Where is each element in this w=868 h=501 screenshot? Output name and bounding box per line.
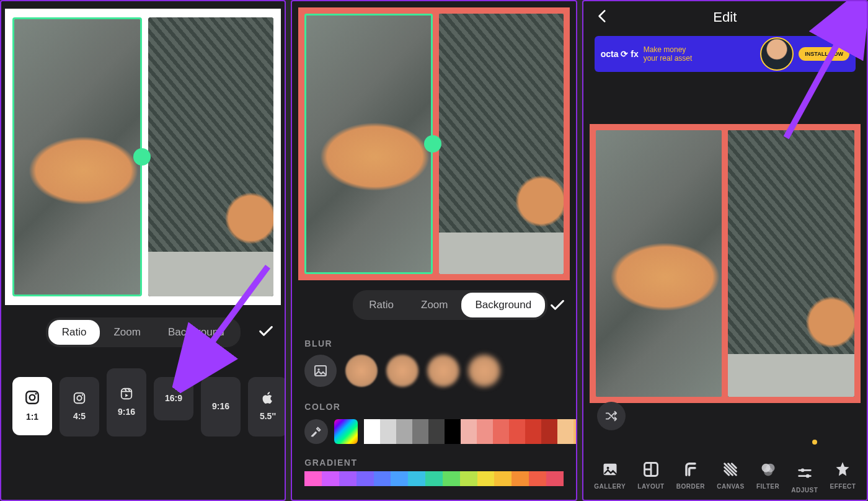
photo-frame-selected[interactable] <box>304 14 433 274</box>
color-swatch[interactable] <box>493 419 509 444</box>
svg-point-1 <box>30 395 35 401</box>
back-button[interactable] <box>595 8 611 27</box>
ratio-label: 16:9 <box>165 393 182 403</box>
gradient-swatch[interactable] <box>477 471 495 486</box>
canvas-icon <box>722 461 739 479</box>
gradient-swatch-strip <box>304 471 563 486</box>
photo-frame-selected[interactable] <box>12 17 142 296</box>
color-swatch[interactable] <box>509 419 525 444</box>
confirm-button[interactable] <box>549 296 566 316</box>
divider-handle[interactable] <box>133 148 151 166</box>
svg-point-2 <box>35 393 37 395</box>
ratio-label: 1:1 <box>26 412 38 422</box>
photo-frame[interactable] <box>728 130 854 397</box>
edit-tabs-row: Ratio Zoom Background <box>1 305 285 352</box>
tool-canvas[interactable]: CANVAS <box>717 461 744 494</box>
color-swatch[interactable] <box>525 419 541 444</box>
photo-frame[interactable] <box>596 130 722 397</box>
adjust-icon <box>796 464 813 483</box>
ratio-1-1[interactable]: 1:1 <box>12 377 52 435</box>
eyedropper-button[interactable] <box>304 419 328 444</box>
section-gradient-label: GRADIENT <box>292 444 575 470</box>
tool-border[interactable]: BORDER <box>676 461 705 494</box>
tool-layout[interactable]: LAYOUT <box>637 461 664 494</box>
blur-options-row <box>292 351 575 388</box>
gradient-swatch[interactable] <box>322 471 339 486</box>
edit-tabs-segmented: Ratio Zoom Background <box>46 317 241 347</box>
tab-zoom[interactable]: Zoom <box>100 320 154 345</box>
confirm-button[interactable] <box>257 322 275 342</box>
ratio-16-9[interactable]: 16:9 <box>154 377 193 420</box>
ratio-5-5-inch[interactable]: 5.5'' <box>248 377 286 437</box>
gradient-swatch[interactable] <box>391 471 408 486</box>
gradient-swatch[interactable] <box>374 471 391 486</box>
gradient-swatch[interactable] <box>494 471 512 486</box>
tab-background[interactable]: Background <box>154 320 238 345</box>
blur-level-2[interactable] <box>386 355 418 387</box>
gradient-swatch[interactable] <box>304 471 322 486</box>
gradient-swatch[interactable] <box>425 471 443 486</box>
tab-ratio[interactable]: Ratio <box>48 320 100 345</box>
border-icon <box>682 461 699 479</box>
gradient-swatch[interactable] <box>339 471 356 486</box>
photo-frame[interactable] <box>439 14 564 274</box>
tool-effect[interactable]: EFFECT <box>830 461 856 494</box>
blur-custom-image[interactable] <box>304 355 337 387</box>
color-swatch[interactable] <box>428 419 445 444</box>
toolbar-label: BORDER <box>676 483 705 490</box>
ratio-9-16-reels[interactable]: 9:16 <box>107 368 146 437</box>
gradient-swatch[interactable] <box>356 471 374 486</box>
tool-adjust[interactable]: ADJUST <box>791 461 818 494</box>
page-title: Edit <box>713 9 737 25</box>
gradient-swatch[interactable] <box>443 471 460 486</box>
ad-avatar <box>760 37 794 71</box>
photo-cat-bushes <box>439 14 564 274</box>
tab-ratio[interactable]: Ratio <box>355 293 407 317</box>
ad-tagline: Make moneyyour real asset <box>644 45 693 63</box>
ratio-4-5[interactable]: 4:5 <box>60 377 99 437</box>
photo-frame[interactable] <box>148 17 274 296</box>
color-swatch[interactable] <box>412 419 428 444</box>
screen-3-edit: Edit octa ⟳ fx Make moneyyour real asset… <box>582 0 868 501</box>
ratio-label: 9:16 <box>212 401 229 411</box>
gradient-swatch[interactable] <box>546 471 564 486</box>
blur-level-1[interactable] <box>345 355 378 387</box>
color-swatch[interactable] <box>364 419 380 444</box>
ad-brand: octa ⟳ fx <box>601 49 639 59</box>
color-swatch[interactable] <box>574 419 576 444</box>
color-swatch[interactable] <box>380 419 396 444</box>
ad-banner[interactable]: octa ⟳ fx Make moneyyour real asset INST… <box>595 36 856 72</box>
shuffle-button[interactable] <box>597 402 626 430</box>
ratio-label: 4:5 <box>73 411 86 421</box>
color-spectrum-button[interactable] <box>334 419 358 444</box>
gradient-swatch[interactable] <box>512 471 529 486</box>
color-swatch[interactable] <box>445 419 461 444</box>
notification-dot <box>812 440 817 445</box>
tool-gallery[interactable]: GALLERY <box>594 461 626 494</box>
color-swatch[interactable] <box>477 419 493 444</box>
color-swatch[interactable] <box>396 419 412 444</box>
tool-filter[interactable]: FILTER <box>756 461 779 494</box>
blur-level-4[interactable] <box>468 355 500 387</box>
collage-canvas <box>590 124 861 403</box>
gradient-swatch[interactable] <box>460 471 477 486</box>
gradient-swatch[interactable] <box>408 471 425 486</box>
ratio-9-16[interactable]: 9:16 <box>201 377 241 437</box>
gradient-swatch[interactable] <box>529 471 546 486</box>
ad-cta-button[interactable]: INSTALL NOW <box>799 47 849 61</box>
tab-background[interactable]: Background <box>461 293 545 317</box>
share-button[interactable] <box>839 8 856 27</box>
edit-tabs-row: Ratio Zoom Background <box>292 280 575 325</box>
blur-level-3[interactable] <box>427 355 459 387</box>
color-swatch[interactable] <box>541 419 557 444</box>
svg-point-4 <box>77 396 81 400</box>
svg-rect-6 <box>122 389 132 399</box>
tab-zoom[interactable]: Zoom <box>407 293 461 317</box>
color-swatch[interactable] <box>461 419 477 444</box>
color-swatch[interactable] <box>557 419 574 444</box>
toolbar-label: LAYOUT <box>637 483 664 490</box>
share-icon <box>839 8 856 24</box>
instagram-icon <box>73 391 86 405</box>
divider-handle[interactable] <box>424 135 441 153</box>
shuffle-icon <box>604 409 618 423</box>
